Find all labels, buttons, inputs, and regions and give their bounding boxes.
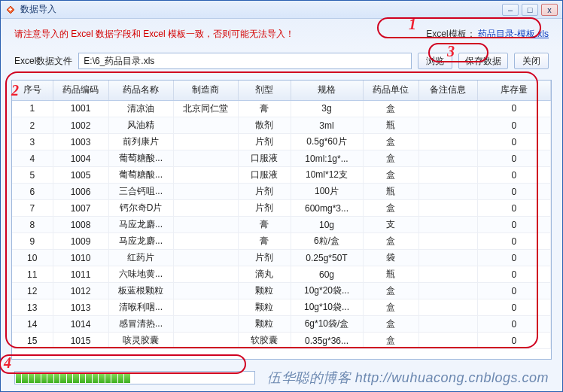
- cell-seq: 11: [12, 266, 53, 283]
- maximize-button[interactable]: □: [522, 4, 538, 16]
- window-close-button[interactable]: x: [541, 4, 558, 16]
- cell-stock: 0: [477, 233, 551, 250]
- cell-remark: [418, 117, 477, 134]
- table-row[interactable]: 31003前列康片片剂0.5g*60片盒0: [12, 134, 551, 150]
- cell-name: 咳灵胶囊: [108, 333, 173, 349]
- cell-mfr: [173, 200, 238, 217]
- cell-unit: 盒: [363, 167, 418, 184]
- table-row[interactable]: 151015咳灵胶囊软胶囊0.35g*36...盒0: [12, 333, 551, 349]
- column-header[interactable]: 规格: [291, 81, 363, 100]
- template-link[interactable]: 药品目录-模板.xls: [478, 29, 549, 39]
- table-row[interactable]: 71007钙尔奇D片片剂600mg*3...盒0: [12, 200, 551, 217]
- table-row[interactable]: 131013清喉利咽...颗粒10g*10袋...盒0: [12, 299, 551, 316]
- progress-segment: [93, 372, 98, 383]
- cell-form: 片剂: [238, 134, 291, 150]
- cell-name: 清喉利咽...: [108, 299, 173, 316]
- table-row[interactable]: 61006三合钙咀...片剂100片瓶0: [12, 184, 551, 200]
- progress-segment: [22, 372, 27, 383]
- close-button[interactable]: 关闭: [514, 53, 549, 69]
- progress-segment: [35, 372, 40, 383]
- cell-stock: 0: [477, 117, 551, 134]
- cell-spec: 3ml: [291, 117, 363, 134]
- file-path-input[interactable]: [78, 53, 412, 69]
- warning-text: 请注意导入的 Excel 数据字段和 Excel 模板一致，否则可能无法导入！: [14, 28, 294, 41]
- cell-stock: 0: [477, 333, 551, 349]
- table-row[interactable]: 121012板蓝根颗粒颗粒10g*20袋...盒0: [12, 283, 551, 299]
- column-header[interactable]: 药品单位: [363, 81, 418, 100]
- table-row[interactable]: 21002风油精散剂3ml瓶0: [12, 117, 551, 134]
- cell-stock: 0: [477, 217, 551, 233]
- cell-seq: 15: [12, 333, 53, 349]
- cell-mfr: [173, 316, 238, 333]
- column-header[interactable]: 药品名称: [108, 81, 173, 100]
- column-header[interactable]: 备注信息: [418, 81, 477, 100]
- cell-seq: 14: [12, 316, 53, 333]
- table-body-scroll[interactable]: 11001清凉油北京同仁堂膏3g盒021002风油精散剂3ml瓶031003前列…: [12, 101, 551, 360]
- cell-name: 钙尔奇D片: [108, 200, 173, 217]
- progress-segment: [124, 372, 129, 383]
- column-header[interactable]: 剂型: [238, 81, 291, 100]
- cell-name: 红药片: [108, 250, 173, 266]
- cell-code: 1004: [53, 150, 108, 167]
- cell-unit: 盒: [363, 333, 418, 349]
- cell-mfr: [173, 283, 238, 299]
- data-table: 序号药品编码药品名称制造商剂型规格药品单位备注信息库存量 11001清凉油北京同…: [11, 80, 552, 360]
- table-row[interactable]: 111011六味地黄...滴丸60g瓶0: [12, 266, 551, 283]
- cell-seq: 12: [12, 283, 53, 299]
- cell-form: 片剂: [238, 184, 291, 200]
- cell-code: 1002: [53, 117, 108, 134]
- cell-name: 葡萄糖酸...: [108, 167, 173, 184]
- cell-code: 1008: [53, 217, 108, 233]
- cell-spec: 0.5g*60片: [291, 134, 363, 150]
- cell-form: 口服液: [238, 150, 291, 167]
- cell-code: 1011: [53, 266, 108, 283]
- table-row[interactable]: 51005葡萄糖酸...口服液10ml*12支盒0: [12, 167, 551, 184]
- cell-unit: 盒: [363, 200, 418, 217]
- cell-spec: 6粒/盒: [291, 233, 363, 250]
- progress-segment: [105, 372, 111, 383]
- column-header[interactable]: 库存量: [477, 81, 551, 100]
- column-header[interactable]: 制造商: [173, 81, 238, 100]
- cell-remark: [418, 299, 477, 316]
- file-row: Excel数据文件 浏览 保存数据 关闭: [11, 50, 552, 72]
- cell-code: 1013: [53, 299, 108, 316]
- cell-stock: 0: [477, 134, 551, 150]
- table-row[interactable]: 81008马应龙麝...膏10g支0: [12, 217, 551, 233]
- watermark-text: 伍华聪的博客 http://wuhuacong.cnblogs.com: [267, 369, 549, 387]
- cell-form: 膏: [238, 233, 291, 250]
- cell-unit: 盒: [363, 101, 418, 117]
- cell-mfr: [173, 250, 238, 266]
- cell-unit: 瓶: [363, 266, 418, 283]
- table-row[interactable]: 11001清凉油北京同仁堂膏3g盒0: [12, 101, 551, 117]
- cell-seq: 9: [12, 233, 53, 250]
- cell-mfr: [173, 184, 238, 200]
- progress-segment: [86, 372, 91, 383]
- column-header[interactable]: 药品编码: [53, 81, 108, 100]
- cell-remark: [418, 184, 477, 200]
- cell-code: 1009: [53, 233, 108, 250]
- column-header[interactable]: 序号: [12, 81, 53, 100]
- progress-bar: [14, 371, 255, 384]
- minimize-button[interactable]: –: [502, 4, 519, 16]
- table-row[interactable]: 41004葡萄糖酸...口服液10ml:1g*...盒0: [12, 150, 551, 167]
- cell-form: 散剂: [238, 117, 291, 134]
- table-row[interactable]: 91009马应龙麝...膏6粒/盒盒0: [12, 233, 551, 250]
- cell-unit: 盒: [363, 233, 418, 250]
- cell-code: 1012: [53, 283, 108, 299]
- cell-unit: 盒: [363, 134, 418, 150]
- cell-unit: 盒: [363, 316, 418, 333]
- browse-button[interactable]: 浏览: [418, 53, 452, 69]
- progress-segment: [47, 372, 53, 383]
- table-row[interactable]: 141014感冒清热...颗粒6g*10袋/盒盒0: [12, 316, 551, 333]
- save-button[interactable]: 保存数据: [458, 53, 508, 69]
- cell-code: 1010: [53, 250, 108, 266]
- cell-stock: 0: [477, 283, 551, 299]
- cell-mfr: [173, 217, 238, 233]
- progress-segment: [29, 372, 34, 383]
- cell-code: 1007: [53, 200, 108, 217]
- cell-stock: 0: [477, 316, 551, 333]
- cell-stock: 0: [477, 250, 551, 266]
- table-row[interactable]: 101010红药片片剂0.25g*50T袋0: [12, 250, 551, 266]
- cell-stock: 0: [477, 266, 551, 283]
- cell-unit: 瓶: [363, 184, 418, 200]
